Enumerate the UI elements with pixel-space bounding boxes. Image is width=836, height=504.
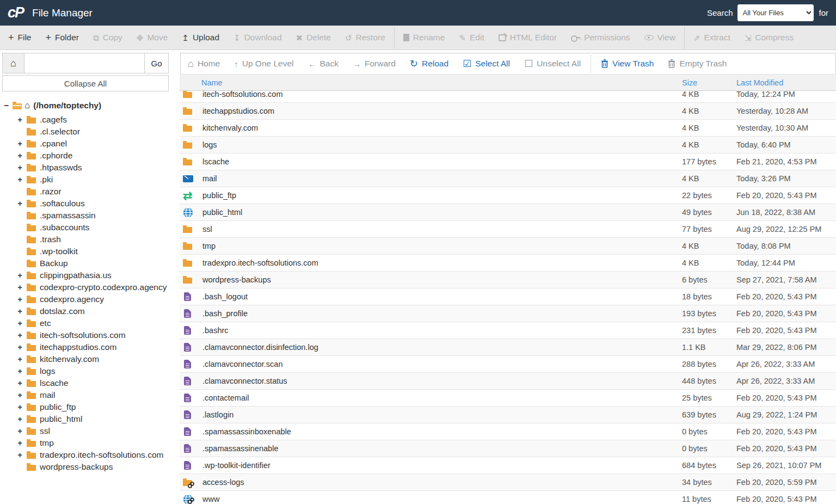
toolbar-item-html-editor[interactable]: ✎HTML Editor <box>491 26 564 50</box>
file-row-logs[interactable]: logs4 KBToday, 6:40 PM <box>180 137 836 153</box>
expand-plus-icon[interactable]: + <box>17 151 23 160</box>
expand-plus-icon[interactable]: + <box>17 307 23 316</box>
file-row-bash-profile[interactable]: .bash_profile193 bytesFeb 20, 2020, 5:43… <box>180 305 836 322</box>
nav-item-home[interactable]: ⌂Home <box>181 53 227 74</box>
file-row-wp-toolkit-identifier[interactable]: .wp-toolkit-identifier684 bytesSep 26, 2… <box>180 457 836 474</box>
file-row-mail[interactable]: mail4 KBToday, 3:26 PM <box>180 170 836 187</box>
expand-plus-icon[interactable]: + <box>17 439 23 447</box>
expand-plus-icon[interactable]: + <box>17 331 23 340</box>
tree-item-trash[interactable]: +.trash <box>2 233 177 245</box>
file-row-clamavconnector-disinfection-log[interactable]: .clamavconnector.disinfection.log1.1 KBM… <box>180 339 836 356</box>
expand-plus-icon[interactable]: + <box>17 367 23 376</box>
file-row-lastlogin[interactable]: .lastlogin639 bytesAug 29, 2022, 1:24 PM <box>180 407 836 423</box>
toolbar-item-compress[interactable]: ⇲Compress <box>737 26 801 50</box>
expand-plus-icon[interactable]: + <box>17 391 23 399</box>
nav-item-unselect-all[interactable]: ☐Unselect All <box>517 53 588 74</box>
file-row-contactemail[interactable]: .contactemail25 bytesFeb 20, 2020, 5:43 … <box>180 390 836 407</box>
column-header-size[interactable]: Size <box>682 78 736 87</box>
expand-plus-icon[interactable]: + <box>17 115 23 124</box>
toolbar-item-permissions[interactable]: Permissions <box>564 26 637 50</box>
collapse-minus-icon[interactable]: − <box>3 101 9 110</box>
file-row-public-ftp[interactable]: ⇄public_ftp22 bytesFeb 20, 2020, 5:43 PM <box>180 187 836 204</box>
tree-item-cl-selector[interactable]: +.cl.selector <box>2 126 177 138</box>
column-header-name[interactable]: Name <box>180 78 682 87</box>
expand-plus-icon[interactable]: + <box>17 403 23 411</box>
toolbar-item-delete[interactable]: ✖Delete <box>289 26 338 50</box>
toolbar-item-extract[interactable]: ⇗Extract <box>686 26 737 50</box>
file-row-tradexpro-itech-softsolutions-com[interactable]: tradexpro.itech-softsolutions.com4 KBTod… <box>180 255 836 272</box>
tree-item-softaculous[interactable]: +.softaculous <box>2 198 177 210</box>
nav-item-select-all[interactable]: ☑Select All <box>456 53 517 74</box>
go-button[interactable]: Go <box>144 53 168 73</box>
tree-item-public-html[interactable]: +public_html <box>2 413 177 425</box>
tree-item-tradexpro-itech-softsolutions-com[interactable]: +tradexpro.itech-softsolutions.com <box>2 449 177 461</box>
tree-item-mail[interactable]: +mail <box>2 389 177 401</box>
search-scope-select[interactable]: All Your Files <box>737 4 814 21</box>
expand-plus-icon[interactable]: + <box>17 283 23 292</box>
toolbar-item-copy[interactable]: ⧉Copy <box>86 26 130 50</box>
file-row-kitchenvaly-com[interactable]: kitchenvaly.com4 KBYesterday, 10:30 AM <box>180 120 836 137</box>
expand-plus-icon[interactable]: + <box>17 427 23 435</box>
tree-item-pki[interactable]: +.pki <box>2 174 177 186</box>
tree-item-cphorde[interactable]: +.cphorde <box>2 150 177 162</box>
tree-item-logs[interactable]: +logs <box>2 365 177 377</box>
toolbar-item-view[interactable]: View <box>637 26 683 50</box>
toolbar-item-folder[interactable]: +Folder <box>39 26 86 50</box>
tree-item-wordpress-backups[interactable]: +wordpress-backups <box>2 461 177 473</box>
file-row-wordpress-backups[interactable]: wordpress-backups6 bytesSep 27, 2021, 7:… <box>180 272 836 288</box>
file-row-clamavconnector-status[interactable]: .clamavconnector.status448 bytesApr 26, … <box>180 373 836 390</box>
toolbar-item-move[interactable]: ✥Move <box>130 26 175 50</box>
expand-plus-icon[interactable]: + <box>17 271 23 280</box>
file-row-www[interactable]: www11 bytesFeb 20, 2020, 5:43 PM <box>180 491 836 504</box>
path-home-button[interactable]: ⌂ <box>3 53 24 73</box>
expand-plus-icon[interactable]: + <box>17 379 23 388</box>
collapse-all-button[interactable]: Collapse All <box>2 75 169 91</box>
tree-item-tmp[interactable]: +tmp <box>2 437 177 449</box>
tree-item-itechappstudios-com[interactable]: +itechappstudios.com <box>2 341 177 353</box>
nav-item-forward[interactable]: →Forward <box>346 53 403 74</box>
toolbar-item-file[interactable]: +File <box>1 26 39 50</box>
tree-item-codexpro-crypto-codexpro-agency[interactable]: +codexpro-crypto.codexpro.agency <box>2 281 177 293</box>
tree-item-cpanel[interactable]: +.cpanel <box>2 138 177 150</box>
file-row-public-html[interactable]: public_html49 bytesJun 18, 2022, 8:38 AM <box>180 204 836 221</box>
tree-item-itech-softsolutions-com[interactable]: +itech-softsolutions.com <box>2 329 177 341</box>
tree-item-kitchenvaly-com[interactable]: +kitchenvaly.com <box>2 353 177 365</box>
tree-item-clippingpathasia-us[interactable]: +clippingpathasia.us <box>2 269 177 281</box>
file-table-scroll-area[interactable]: itech-softsolutions.com4 KBToday, 12:24 … <box>180 91 836 504</box>
file-row-spamassassinboxenable[interactable]: .spamassassinboxenable0 bytesFeb 20, 202… <box>180 423 836 440</box>
tree-item-spamassassin[interactable]: +.spamassassin <box>2 210 177 222</box>
toolbar-item-edit[interactable]: ✎Edit <box>452 26 491 50</box>
file-row-access-logs[interactable]: access-logs34 bytesFeb 20, 2020, 5:59 PM <box>180 474 836 491</box>
tree-item-backup[interactable]: +Backup <box>2 257 177 269</box>
file-row-lscache[interactable]: lscache177 bytesFeb 21, 2020, 4:53 PM <box>180 153 836 170</box>
tree-item-lscache[interactable]: +lscache <box>2 377 177 389</box>
toolbar-item-restore[interactable]: ↺Restore <box>338 26 392 50</box>
toolbar-item-rename[interactable]: Rename <box>396 26 452 50</box>
expand-plus-icon[interactable]: + <box>17 415 23 423</box>
column-header-last-modified[interactable]: Last Modified <box>736 78 836 87</box>
expand-plus-icon[interactable]: + <box>17 343 23 352</box>
expand-plus-icon[interactable]: + <box>17 355 23 364</box>
tree-item-ssl[interactable]: +ssl <box>2 425 177 437</box>
file-row-itech-softsolutions-com[interactable]: itech-softsolutions.com4 KBToday, 12:24 … <box>180 91 836 103</box>
toolbar-item-upload[interactable]: ↥Upload <box>175 26 226 50</box>
tree-item-razor[interactable]: +.razor <box>2 186 177 198</box>
nav-item-reload[interactable]: ↻Reload <box>403 53 456 74</box>
tree-item-public-ftp[interactable]: +public_ftp <box>2 401 177 413</box>
nav-item-up-one-level[interactable]: ↑Up One Level <box>227 53 300 74</box>
tree-item-etc[interactable]: +etc <box>2 317 177 329</box>
file-row-spamassassinenable[interactable]: .spamassassinenable0 bytesFeb 20, 2020, … <box>180 440 836 457</box>
expand-plus-icon[interactable]: + <box>17 175 23 184</box>
file-row-itechappstudios-com[interactable]: itechappstudios.com4 KBYesterday, 10:28 … <box>180 103 836 120</box>
tree-item-dotslaz-com[interactable]: +dotslaz.com <box>2 305 177 317</box>
tree-item-cagefs[interactable]: +.cagefs <box>2 114 177 126</box>
file-row-tmp[interactable]: tmp4 KBToday, 8:08 PM <box>180 238 836 255</box>
tree-item-htpasswds[interactable]: +.htpasswds <box>2 162 177 174</box>
expand-plus-icon[interactable]: + <box>17 319 23 328</box>
toolbar-item-download[interactable]: ↧Download <box>226 26 289 50</box>
tree-item-codexpro-agency[interactable]: +codexpro.agency <box>2 293 177 305</box>
expand-plus-icon[interactable]: + <box>17 295 23 304</box>
path-input[interactable] <box>24 53 144 73</box>
expand-plus-icon[interactable]: + <box>17 163 23 172</box>
expand-plus-icon[interactable]: + <box>17 139 23 148</box>
